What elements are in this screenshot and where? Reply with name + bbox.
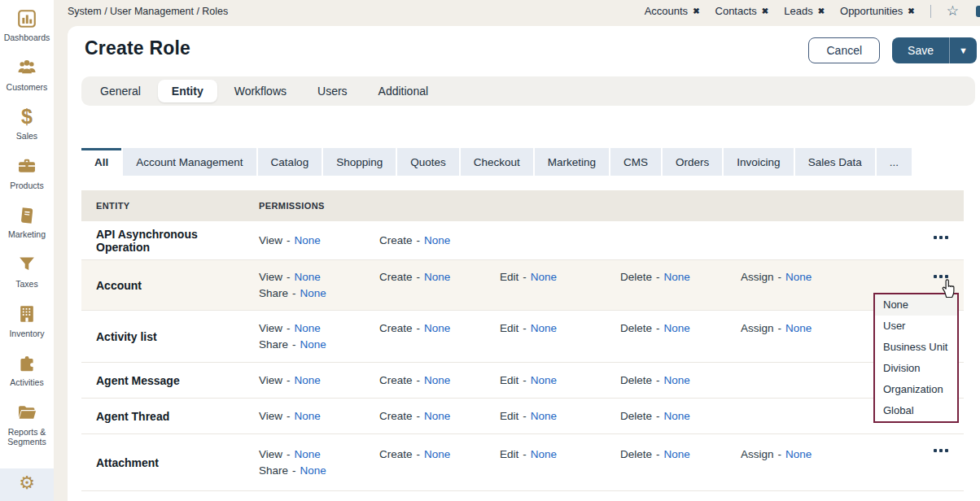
permission-value-link[interactable]: None: [664, 410, 690, 422]
permission-value-link[interactable]: None: [424, 234, 450, 246]
category-tab-checkout[interactable]: Checkout: [461, 148, 533, 176]
permission-value-link[interactable]: None: [300, 338, 326, 351]
permission-value-link[interactable]: None: [531, 271, 557, 283]
close-icon[interactable]: ✖: [762, 7, 768, 15]
table-row: Attachment View-None Create-None Edit-No…: [81, 434, 964, 491]
building-icon: [16, 303, 37, 325]
permission-value-link[interactable]: None: [295, 234, 321, 246]
category-tab-cms[interactable]: CMS: [610, 148, 661, 176]
permission-value-link[interactable]: None: [664, 374, 690, 386]
close-icon[interactable]: ✖: [908, 7, 914, 15]
dropdown-option-global[interactable]: Global: [875, 400, 957, 421]
sidebar-item-sales[interactable]: $ Sales: [0, 98, 54, 148]
entity-name: Agent Message: [96, 374, 259, 387]
create-role-panel: Create Role Cancel Save ▼ General Entity…: [68, 26, 980, 501]
category-tab-quotes[interactable]: Quotes: [397, 148, 459, 176]
permission-value-link[interactable]: None: [531, 410, 557, 422]
permission-value-link[interactable]: None: [295, 322, 321, 334]
top-bar: System / User Management / Roles Account…: [54, 0, 980, 22]
sidebar-item-dashboards[interactable]: Dashboards: [0, 0, 54, 50]
permission-value-link[interactable]: None: [424, 410, 450, 422]
permission-scope-dropdown: None User Business Unit Division Organiz…: [873, 293, 959, 423]
permission-value-link[interactable]: None: [300, 464, 326, 477]
more-actions-button[interactable]: [931, 447, 951, 455]
tab-additional[interactable]: Additional: [365, 80, 443, 102]
sidebar-item-taxes[interactable]: Taxes: [0, 246, 54, 296]
main-tabs: General Entity Workflows Users Additiona…: [81, 76, 975, 106]
category-tab-sales-data[interactable]: Sales Data: [795, 148, 875, 176]
save-split-button: Save ▼: [892, 37, 977, 63]
sidebar-item-marketing[interactable]: Marketing: [0, 197, 54, 246]
dropdown-option-business-unit[interactable]: Business Unit: [875, 337, 957, 358]
permissions-table: ENTITY PERMISSIONS API Asynchronous Oper…: [81, 190, 964, 491]
tab-workflows[interactable]: Workflows: [221, 80, 300, 102]
partial-icon[interactable]: [976, 6, 980, 17]
close-icon[interactable]: ✖: [818, 7, 825, 15]
category-tab-marketing[interactable]: Marketing: [535, 148, 609, 176]
more-actions-button[interactable]: [931, 233, 951, 242]
permission-value-link[interactable]: None: [785, 448, 812, 460]
close-icon[interactable]: ✖: [693, 7, 699, 15]
category-tab-invoicing[interactable]: Invoicing: [724, 148, 793, 176]
sidebar-item-products[interactable]: Products: [0, 148, 54, 198]
funnel-icon: [16, 254, 37, 276]
permission-value-link[interactable]: None: [531, 374, 557, 386]
dropdown-option-division[interactable]: Division: [875, 358, 957, 379]
permission-value-link[interactable]: None: [785, 271, 812, 283]
tab-users[interactable]: Users: [304, 80, 361, 102]
permission-value-link[interactable]: None: [664, 448, 690, 460]
category-tab-shopping[interactable]: Shopping: [323, 148, 396, 176]
category-tab-more[interactable]: ...: [877, 148, 912, 176]
pinned-tab-leads[interactable]: Leads ✖: [784, 5, 825, 17]
table-row: Account View-None Create-None Edit-None …: [81, 260, 964, 311]
permission-value-link[interactable]: None: [531, 322, 557, 334]
folder-icon: [16, 402, 37, 424]
tab-entity[interactable]: Entity: [158, 80, 217, 102]
permission-value-link[interactable]: None: [424, 271, 450, 283]
dollar-icon: $: [21, 106, 33, 128]
permission-value-link[interactable]: None: [295, 410, 321, 422]
dropdown-option-organization[interactable]: Organization: [875, 379, 957, 400]
book-icon: [16, 204, 37, 226]
entity-name: Activity list: [96, 330, 259, 343]
dropdown-option-user[interactable]: User: [875, 316, 957, 337]
permission-value-link[interactable]: None: [664, 322, 690, 334]
entity-name: Agent Thread: [96, 410, 259, 423]
save-button[interactable]: Save: [892, 37, 949, 63]
dropdown-option-none[interactable]: None: [875, 294, 957, 316]
sidebar-item-inventory[interactable]: Inventory: [0, 296, 54, 346]
save-dropdown-button[interactable]: ▼: [950, 37, 977, 63]
sidebar-item-label: Dashboards: [4, 33, 50, 43]
permission-value-link[interactable]: None: [295, 271, 321, 283]
cancel-button[interactable]: Cancel: [808, 37, 880, 63]
sidebar-item-customers[interactable]: Customers: [0, 50, 54, 99]
sidebar-item-settings[interactable]: ⚙: [0, 468, 54, 501]
sidebar: Dashboards Customers $ Sales Products Ma…: [0, 0, 54, 501]
table-row: Agent Message View-None Create-None Edit…: [81, 363, 964, 399]
permission-value-link[interactable]: None: [664, 271, 690, 283]
pinned-tab-accounts[interactable]: Accounts ✖: [645, 5, 700, 17]
permission-value-link[interactable]: None: [424, 374, 450, 386]
pinned-tab-opportunities[interactable]: Opportunities ✖: [840, 5, 915, 17]
category-tab-all[interactable]: All: [81, 148, 121, 176]
briefcase-icon: [16, 155, 37, 177]
permission-value-link[interactable]: None: [785, 322, 812, 334]
table-row: Agent Thread View-None Create-None Edit-…: [81, 399, 964, 434]
more-actions-button[interactable]: [931, 272, 951, 281]
sidebar-item-reports-segments[interactable]: Reports & Segments: [0, 394, 54, 454]
permission-value-link[interactable]: None: [295, 374, 321, 386]
breadcrumb[interactable]: System / User Management / Roles: [68, 6, 228, 17]
permission-value-link[interactable]: None: [295, 448, 321, 460]
category-tab-catalog[interactable]: Catalog: [258, 148, 322, 176]
category-tab-account-management[interactable]: Account Management: [123, 148, 256, 176]
entity-name: API Asynchronous Operation: [96, 228, 259, 254]
permission-value-link[interactable]: None: [531, 448, 557, 460]
tab-general[interactable]: General: [86, 80, 155, 102]
favorite-star-icon[interactable]: ☆: [947, 4, 959, 18]
category-tab-orders[interactable]: Orders: [663, 148, 722, 176]
permission-value-link[interactable]: None: [424, 322, 450, 334]
sidebar-item-activities[interactable]: Activities: [0, 345, 54, 394]
permission-value-link[interactable]: None: [424, 448, 450, 460]
pinned-tab-contacts[interactable]: Contacts ✖: [715, 5, 769, 17]
permission-value-link[interactable]: None: [300, 287, 326, 299]
